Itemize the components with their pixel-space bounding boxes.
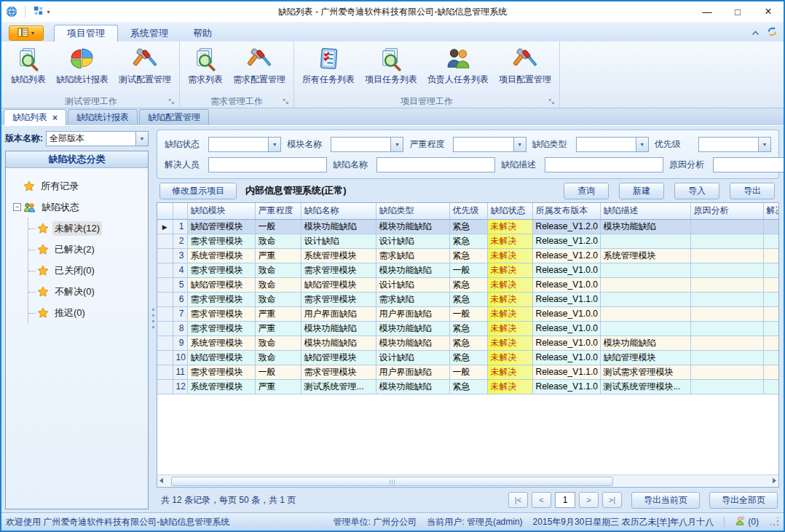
doc-tab-defect-list[interactable]: 缺陷列表× xyxy=(4,109,66,125)
resize-grip[interactable] xyxy=(770,517,779,526)
column-header-2[interactable]: 严重程度 xyxy=(255,203,301,219)
page-number-input[interactable] xyxy=(555,492,575,508)
scroll-left-icon[interactable] xyxy=(159,476,164,486)
table-row[interactable]: 9系统管理模块致命模块功能缺陷模块功能缺陷紧急未解决Release_V1.0.0… xyxy=(157,336,778,350)
table-row[interactable]: 11需求管理模块一般需求管理模块用户界面缺陷一般未解决Release_V1.1.… xyxy=(157,365,778,379)
new-button[interactable]: 新建 xyxy=(619,183,664,199)
cell-cause xyxy=(690,234,763,248)
message-indicator[interactable]: (0) xyxy=(735,516,759,528)
table-row[interactable]: ▶1缺陷管理模块一般模块功能缺陷模块功能缺陷紧急未解决Release_V1.2.… xyxy=(157,219,778,234)
defect-status-select[interactable]: ▼ xyxy=(208,137,281,152)
priority-select[interactable]: ▼ xyxy=(698,137,771,152)
tree-item-unresolved[interactable]: 未解决(12) xyxy=(28,218,145,239)
table-row[interactable]: 2需求管理模块致命设计缺陷设计缺陷紧急未解决Release_V1.2.0 xyxy=(157,234,778,248)
tab-help[interactable]: 帮助 xyxy=(181,25,224,41)
tab-system-management[interactable]: 系统管理 xyxy=(118,25,181,41)
column-header-8[interactable]: 缺陷描述 xyxy=(600,203,690,219)
collapse-icon[interactable]: − xyxy=(13,203,21,211)
dropdown-arrow-icon[interactable]: ▼ xyxy=(513,138,526,151)
version-select[interactable]: 全部版本 ▼ xyxy=(46,131,149,146)
owner-tasks-button[interactable]: 负责人任务列表 xyxy=(422,44,494,88)
column-header-4[interactable]: 缺陷类型 xyxy=(376,203,449,219)
table-row[interactable]: 7需求管理模块严重用户界面缺陷用户界面缺陷一般未解决Release_V1.0.0 xyxy=(157,306,778,321)
table-row[interactable]: 4需求管理模块致命需求管理模块模块功能缺陷一般未解决Release_V1.0.0 xyxy=(157,263,778,277)
prev-page-button[interactable]: < xyxy=(532,492,551,508)
doc-tab-defect-config[interactable]: 缺陷配置管理 xyxy=(139,109,209,125)
table-row[interactable]: 10缺陷管理模块致命缺陷管理模块设计缺陷紧急未解决Release_V1.0.0缺… xyxy=(157,350,778,365)
quick-access-toolbar-button[interactable]: ▼ xyxy=(28,4,55,20)
first-page-button[interactable]: |< xyxy=(508,492,528,508)
dropdown-arrow-icon[interactable]: ▼ xyxy=(390,138,403,151)
table-row[interactable]: 5缺陷管理模块致命缺陷管理模块设计缺陷紧急未解决Release_V1.0.0 xyxy=(157,277,778,292)
close-button[interactable]: × xyxy=(753,1,784,22)
scroll-right-icon[interactable] xyxy=(772,476,777,486)
scrollbar-thumb[interactable] xyxy=(171,477,613,486)
tree-item-defect-status[interactable]: −缺陷状态 xyxy=(13,196,145,218)
tree-item-wontfix[interactable]: 不解决(0) xyxy=(28,281,145,302)
tree-item-resolved[interactable]: 已解决(2) xyxy=(28,239,145,260)
defect-type-select[interactable]: ▼ xyxy=(576,137,649,152)
export-current-page-button[interactable]: 导出当前页 xyxy=(631,492,700,509)
collapse-ribbon-icon[interactable] xyxy=(752,28,760,38)
cell-desc: 系统管理模块 xyxy=(600,248,690,263)
doc-tab-defect-report[interactable]: 缺陷统计报表 xyxy=(68,109,138,125)
defect-list-button[interactable]: 缺陷列表 xyxy=(6,44,51,88)
column-header-7[interactable]: 所属发布版本 xyxy=(532,203,600,219)
cell-name: 模块功能缺陷 xyxy=(301,336,376,350)
column-header-3[interactable]: 缺陷名称 xyxy=(301,203,376,219)
project-config-button[interactable]: 项目配置管理 xyxy=(494,44,556,88)
column-header-10[interactable]: 解决方法 xyxy=(763,203,778,219)
defect-name-input[interactable] xyxy=(376,157,495,172)
cause-analysis-input[interactable] xyxy=(713,157,784,172)
dropdown-arrow-icon[interactable]: ▼ xyxy=(758,138,770,151)
import-button[interactable]: 导入 xyxy=(674,183,719,199)
test-config-button[interactable]: 测试配置管理 xyxy=(114,44,176,88)
tab-project-management[interactable]: 项目管理 xyxy=(54,25,118,41)
column-header-6[interactable]: 缺陷状态 xyxy=(487,203,532,219)
last-page-button[interactable]: >| xyxy=(602,492,622,508)
modify-display-items-button[interactable]: 修改显示项目 xyxy=(159,183,237,199)
defect-statistics-report-button[interactable]: 缺陷统计报表 xyxy=(51,44,114,88)
ribbon-help-icon[interactable] xyxy=(767,26,778,39)
cell-release: Release_V1.0.0 xyxy=(532,321,600,336)
column-header-9[interactable]: 原因分析 xyxy=(690,203,763,219)
row-number: 6 xyxy=(173,292,187,306)
severity-select[interactable]: ▼ xyxy=(453,137,526,152)
tree-item-postponed[interactable]: 推迟(0) xyxy=(28,302,145,323)
minimize-button[interactable]: — xyxy=(692,1,722,22)
cell-type: 设计缺陷 xyxy=(376,234,449,248)
dialog-launcher-icon[interactable] xyxy=(283,98,289,105)
table-row[interactable]: 8需求管理模块严重模块功能缺陷模块功能缺陷紧急未解决Release_V1.0.0 xyxy=(157,321,778,336)
table-row[interactable]: 12系统管理模块严重测试系统管理...模块功能缺陷紧急未解决Release_V1… xyxy=(157,379,778,394)
cell-solution xyxy=(763,350,778,365)
dropdown-arrow-icon[interactable]: ▼ xyxy=(135,132,148,146)
close-tab-icon[interactable]: × xyxy=(52,114,58,122)
table-row[interactable]: 6需求管理模块致命需求管理模块需求缺陷紧急未解决Release_V1.1.0 xyxy=(157,292,778,306)
requirement-list-button[interactable]: 需求列表 xyxy=(183,44,228,88)
requirement-config-button[interactable]: 需求配置管理 xyxy=(228,44,291,88)
all-tasks-button[interactable]: 所有任务列表 xyxy=(297,44,360,88)
ribbon-tab-row: ▼ 项目管理系统管理帮助 xyxy=(1,22,784,41)
next-page-button[interactable]: > xyxy=(579,492,599,508)
column-header-1[interactable]: 缺陷模块 xyxy=(187,203,255,219)
application-menu-button[interactable]: ▼ xyxy=(9,25,44,41)
dropdown-arrow-icon[interactable]: ▼ xyxy=(636,138,648,151)
sidebar-splitter[interactable] xyxy=(150,126,157,512)
tree-item-all-records[interactable]: 所有记录 xyxy=(13,175,145,196)
export-all-pages-button[interactable]: 导出全部页 xyxy=(709,492,778,509)
table-row[interactable]: 3系统管理模块严重系统管理模块需求缺陷紧急未解决Release_V1.2.0系统… xyxy=(157,248,778,263)
tree-item-closed[interactable]: 已关闭(0) xyxy=(28,260,145,281)
search-button[interactable]: 查询 xyxy=(564,183,609,199)
module-name-select[interactable]: ▼ xyxy=(331,137,403,152)
export-button[interactable]: 导出 xyxy=(730,183,775,199)
column-header-5[interactable]: 优先级 xyxy=(449,203,487,219)
dialog-launcher-icon[interactable] xyxy=(168,98,175,105)
project-tasks-button[interactable]: 项目任务列表 xyxy=(360,44,422,88)
horizontal-scrollbar[interactable] xyxy=(157,475,778,487)
tools-icon xyxy=(132,46,158,72)
maximize-button[interactable]: □ xyxy=(722,1,753,22)
dialog-launcher-icon[interactable] xyxy=(548,98,555,105)
resolver-input[interactable] xyxy=(208,157,327,172)
defect-desc-input[interactable] xyxy=(545,157,663,172)
dropdown-arrow-icon[interactable]: ▼ xyxy=(268,138,280,151)
